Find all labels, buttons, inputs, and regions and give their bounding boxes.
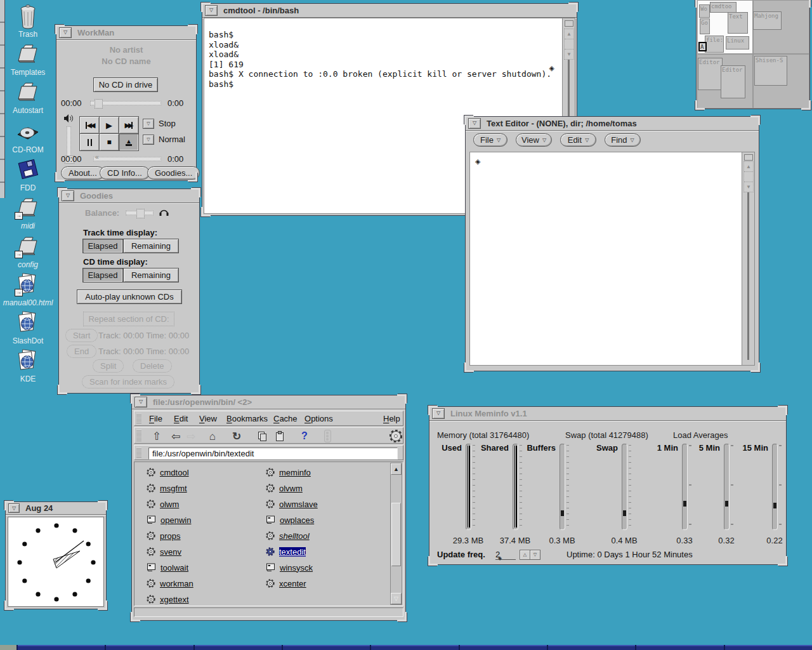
play-icon[interactable]: ▶ <box>99 116 119 134</box>
repeat-section-button[interactable]: Repeat section of CD: <box>83 312 174 326</box>
about-button[interactable]: About... <box>61 166 105 180</box>
virtual-desktop-pager[interactable]: WocmdtooTextGofile:LinuxAMahjongEditorEd… <box>696 0 810 109</box>
file-item-toolwait[interactable]: toolwait <box>147 562 188 573</box>
file-link[interactable]: toolwait <box>160 563 188 573</box>
scroll-up-icon[interactable]: ▲ <box>565 29 573 39</box>
window-menu-icon[interactable]: ▽ <box>205 5 218 16</box>
file-link[interactable]: props <box>160 531 181 541</box>
scroll-thumb[interactable] <box>391 503 401 566</box>
scrollbar-elevator[interactable]: ▲ ▼ <box>564 29 574 60</box>
scroll-down-icon[interactable]: ▽ <box>391 593 402 604</box>
gauge-used[interactable] <box>466 444 471 530</box>
taskbar-button[interactable] <box>195 645 282 650</box>
balance-slider[interactable] <box>126 211 154 215</box>
scrollbar-anchor[interactable] <box>744 154 753 161</box>
workman-titlebar[interactable]: ▽ WorkMan <box>56 26 196 40</box>
file-item-meminfo[interactable]: meminfo <box>266 467 311 478</box>
desktop-icon-autostart[interactable]: Autostart <box>0 80 56 115</box>
menu-item-bookmarks[interactable]: Bookmarks <box>226 414 268 423</box>
pager-mini-window-text[interactable]: Text <box>728 12 748 34</box>
file-link[interactable]: owplaces <box>280 515 314 525</box>
file-link[interactable]: workman <box>160 579 193 588</box>
taskbar-edge[interactable] <box>0 645 812 650</box>
file-item-msgfmt[interactable]: msgfmt <box>147 482 187 494</box>
taskbar-button[interactable] <box>371 645 458 650</box>
track-position-slider[interactable] <box>90 101 161 105</box>
pager-mini-window-a[interactable]: A <box>698 42 707 51</box>
menu-button-view[interactable]: View▽ <box>516 133 552 147</box>
up-icon[interactable]: ⇧ <box>148 429 165 443</box>
scroll-up-icon[interactable]: ▲ <box>744 162 753 172</box>
file-item-shelltool[interactable]: shelltool <box>266 530 310 541</box>
menu-item-help[interactable]: Help <box>383 414 400 423</box>
pager-mini-window-linux[interactable]: Linux <box>726 36 749 50</box>
pause-icon[interactable] <box>79 133 100 151</box>
window-menu-icon[interactable]: ▽ <box>432 408 445 419</box>
stop-icon[interactable]: ■ <box>99 133 119 151</box>
gauge-1-min[interactable] <box>682 444 688 530</box>
pager-mini-window-wo[interactable]: Wo <box>699 4 710 18</box>
reload-icon[interactable]: ↻ <box>228 429 245 443</box>
file-item-olwmslave[interactable]: olwmslave <box>266 498 318 510</box>
file-item-svenv[interactable]: svenv <box>147 546 181 557</box>
repeat-end-button[interactable]: End <box>67 345 96 358</box>
file-manager-window[interactable]: ▽ file:/usr/openwin/bin/ <2> FileEditVie… <box>131 395 406 621</box>
taskbar-button[interactable] <box>18 645 105 650</box>
frame-corner[interactable] <box>58 385 67 394</box>
file-item-olwm[interactable]: olwm <box>147 498 179 510</box>
desktop-icon-manual00-html[interactable]: →manual00.html <box>0 272 56 307</box>
desktop-icon-templates[interactable]: Templates <box>0 42 56 77</box>
locationbar-drag-handle[interactable] <box>136 448 141 458</box>
taskbar-button[interactable] <box>725 645 812 650</box>
file-link[interactable]: textedit <box>279 547 306 557</box>
desktop-icon-kde[interactable]: KDE <box>0 348 56 383</box>
copy-icon[interactable] <box>254 429 270 443</box>
goodies-button[interactable]: Goodies... <box>147 166 200 180</box>
window-menu-icon[interactable]: ▽ <box>59 27 72 38</box>
gauge-buffers[interactable] <box>560 444 565 530</box>
next-track-icon[interactable]: ▶▶ <box>119 116 139 134</box>
menu-button-edit[interactable]: Edit▽ <box>560 133 596 147</box>
gauge-15-min[interactable] <box>772 444 778 530</box>
gauge-5-min[interactable] <box>724 444 730 530</box>
play-mode-dropdown-icon[interactable]: ▽ <box>143 135 154 145</box>
balance-thumb[interactable] <box>136 209 145 218</box>
autoplay-button[interactable]: Auto-play unknown CDs <box>77 289 182 304</box>
clock-window[interactable]: ▽ Aug 24 <box>5 501 107 609</box>
file-link[interactable]: cmdtool <box>160 468 189 477</box>
taskbar-button[interactable] <box>636 645 723 650</box>
desktop-icon-fdd[interactable]: FDD <box>0 157 56 192</box>
file-item-xcenter[interactable]: xcenter <box>266 578 306 589</box>
scan-index-button[interactable]: Scan for index marks <box>82 375 174 388</box>
file-link[interactable]: xgettext <box>160 595 189 604</box>
scroll-down-icon[interactable]: ▼ <box>565 50 573 59</box>
goodies-window[interactable]: ▽ Goodies Balance: Track time display: E… <box>58 189 200 394</box>
cmdtool-titlebar[interactable]: ▽ cmdtool - /bin/bash <box>202 4 577 18</box>
scrollbar-anchor[interactable] <box>565 20 573 27</box>
freq-decrease-icon[interactable]: ▽ <box>530 550 540 560</box>
gauge-swap[interactable] <box>622 444 627 530</box>
menu-item-edit[interactable]: Edit <box>174 414 188 423</box>
cd-remaining-button[interactable]: Remaining <box>123 268 179 282</box>
file-item-textedit[interactable]: textedit <box>266 546 306 557</box>
file-item-workman[interactable]: workman <box>147 578 193 589</box>
pager-mini-window-editor[interactable]: Editor <box>698 58 723 90</box>
toolbar-drag-handle[interactable] <box>136 430 141 441</box>
frame-corner[interactable] <box>428 556 438 566</box>
goodies-titlebar[interactable]: ▽ Goodies <box>59 189 199 203</box>
file-link[interactable]: olwmslave <box>279 500 318 509</box>
taskbar-button[interactable] <box>0 645 16 650</box>
pager-mini-window-go[interactable]: Go <box>700 18 710 34</box>
desktop-icon-slashdot[interactable]: SlashDot <box>0 310 56 345</box>
scrollbar-elevator[interactable]: ▲ ▼ <box>743 161 754 192</box>
kfm-scrollbar[interactable]: ▲ ▽ <box>390 463 402 605</box>
play-state-dropdown-icon[interactable]: ▽ <box>143 119 154 129</box>
window-menu-icon[interactable]: ▽ <box>8 503 20 513</box>
freq-increase-icon[interactable]: △ <box>520 550 530 560</box>
texteditor-titlebar[interactable]: ▽ Text Editor - (NONE), dir; /home/tomas <box>466 117 759 131</box>
file-link[interactable]: shelltool <box>279 531 310 541</box>
pager-mini-window-cmdtoo[interactable]: cmdtoo <box>710 2 737 13</box>
taskbar-button[interactable] <box>283 645 370 650</box>
pager-mini-window-editor[interactable]: Editor <box>721 65 745 98</box>
file-item-props[interactable]: props <box>147 530 181 541</box>
